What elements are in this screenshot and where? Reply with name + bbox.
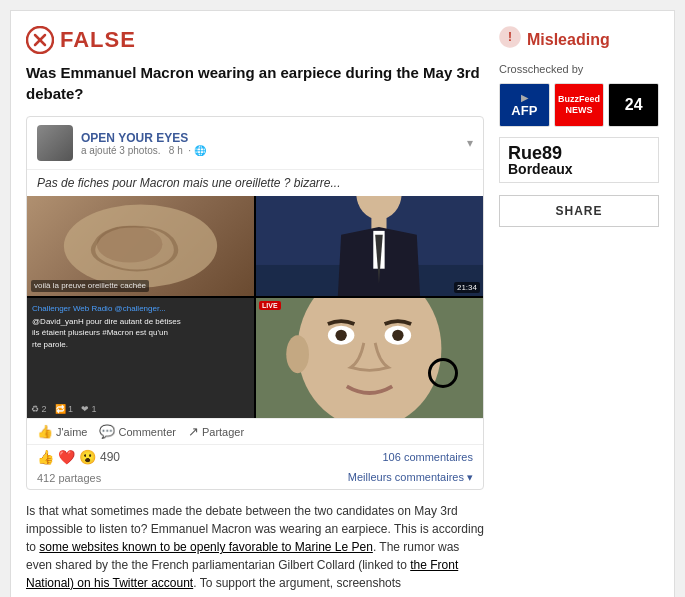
fb-post-text: Pas de fiches pour Macron mais une oreil… <box>27 170 483 196</box>
fb-actions-bar: 👍 J'aime 💬 Commenter ↗ Partager <box>27 418 483 444</box>
live-badge: LIVE <box>259 301 281 310</box>
warning-icon: ! <box>499 26 521 53</box>
left-panel: FALSE Was Emmanuel Macron wearing an ear… <box>26 26 484 592</box>
fb-shares-row: 412 partages Meilleurs commentaires ▾ <box>27 469 483 489</box>
reactions-left: 👍 ❤️ 😮 490 <box>37 449 120 465</box>
fb-post: OPEN YOUR EYES a ajouté 3 photos. 8 h · … <box>26 116 484 490</box>
shares-count: 412 partages <box>37 472 101 484</box>
link-front-national[interactable]: the Front National) on his Twitter accou… <box>26 558 458 590</box>
crosschecked-label: Crosschecked by <box>499 63 659 75</box>
rue89-label: Rue89 <box>508 144 562 162</box>
fb-image-bottom-left[interactable]: Challenger Web Radio @challenger... @Dav… <box>27 298 254 418</box>
share-fb-button[interactable]: ↗ Partager <box>188 424 244 439</box>
svg-point-15 <box>335 330 346 341</box>
misleading-label: Misleading <box>527 31 610 49</box>
comments-count[interactable]: 106 commentaires <box>383 451 474 463</box>
article-title: Was Emmanuel Macron wearing an earpiece … <box>26 62 484 104</box>
false-icon <box>26 26 54 54</box>
reaction-count: 490 <box>100 450 120 464</box>
svg-point-16 <box>392 330 403 341</box>
bordeaux-label: Bordeaux <box>508 162 573 176</box>
right-panel: ! Misleading Crosschecked by ▶ AFP BuzzF… <box>499 26 659 592</box>
logo24-box[interactable]: 24 <box>608 83 659 127</box>
timestamp-badge: 21:34 <box>454 282 480 293</box>
love-reaction: ❤️ <box>58 449 75 465</box>
link-websites[interactable]: some websites known to be openly favorab… <box>39 540 373 554</box>
like-icon: 👍 <box>37 424 53 439</box>
comment-button[interactable]: 💬 Commenter <box>99 424 175 439</box>
svg-text:!: ! <box>508 30 512 44</box>
article-body: Is that what sometimes made the debate b… <box>26 502 484 592</box>
buzzfeed-logo: BuzzFeed NEWS <box>555 84 604 126</box>
fb-image-bottom-right[interactable]: LIVE <box>256 298 483 418</box>
fb-post-info: OPEN YOUR EYES a ajouté 3 photos. 8 h · … <box>81 131 473 156</box>
misleading-badge: ! Misleading <box>499 26 659 53</box>
fb-image-top-right[interactable]: 21:34 <box>256 196 483 296</box>
false-label: FALSE <box>60 27 136 53</box>
like-button[interactable]: 👍 J'aime <box>37 424 87 439</box>
afp-logo: ▶ AFP <box>500 84 549 126</box>
afp-logo-box[interactable]: ▶ AFP <box>499 83 550 127</box>
fb-post-meta: a ajouté 3 photos. 8 h · 🌐 <box>81 145 473 156</box>
share-icon: ↗ <box>188 424 199 439</box>
buzzfeed-logo-box[interactable]: BuzzFeed NEWS <box>554 83 605 127</box>
like-reaction: 👍 <box>37 449 54 465</box>
wow-reaction: 😮 <box>79 449 96 465</box>
fb-avatar <box>37 125 73 161</box>
logos-grid: ▶ AFP BuzzFeed NEWS 24 <box>499 83 659 127</box>
fb-image-top-left[interactable]: voilà la preuve oreillette cachée <box>27 196 254 296</box>
main-container: FALSE Was Emmanuel Macron wearing an ear… <box>10 10 675 597</box>
fb-post-header: OPEN YOUR EYES a ajouté 3 photos. 8 h · … <box>27 117 483 170</box>
image-overlay-text-topleft: voilà la preuve oreillette cachée <box>31 280 149 292</box>
share-button[interactable]: SHARE <box>499 195 659 227</box>
chevron-down-icon: ▾ <box>467 136 473 150</box>
fb-reactions-bar: 👍 ❤️ 😮 490 106 commentaires <box>27 444 483 469</box>
comment-icon: 💬 <box>99 424 115 439</box>
circle-overlay <box>428 358 458 388</box>
svg-point-17 <box>286 335 309 373</box>
rue89-logo-box[interactable]: Rue89 Bordeaux <box>499 137 659 183</box>
svg-point-12 <box>298 298 442 418</box>
sort-comments-label[interactable]: Meilleurs commentaires ▾ <box>348 471 473 484</box>
fb-image-grid: voilà la preuve oreillette cachée <box>27 196 483 418</box>
challenger-radio-label: Challenger Web Radio @challenger... <box>32 303 249 314</box>
fb-page-name[interactable]: OPEN YOUR EYES <box>81 131 473 145</box>
false-badge: FALSE <box>26 26 484 54</box>
